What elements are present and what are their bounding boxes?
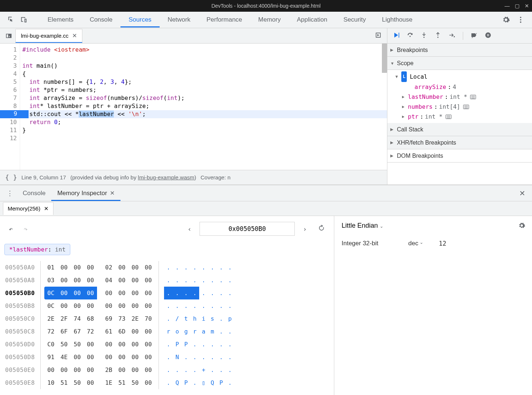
scope-var[interactable]: arraySize: 4: [387, 82, 532, 92]
gear-icon[interactable]: [502, 16, 510, 24]
hex-address[interactable]: 005050E8: [4, 376, 40, 389]
hex-byte[interactable]: 50: [71, 338, 84, 351]
hex-byte[interactable]: 00: [57, 287, 71, 299]
hex-byte[interactable]: 00: [44, 364, 57, 376]
hex-byte[interactable]: 00: [102, 338, 115, 351]
hex-byte[interactable]: 00: [115, 299, 129, 312]
refresh-icon[interactable]: [315, 223, 328, 235]
close-drawer-icon[interactable]: ✕: [516, 189, 529, 198]
navigator-toggle-icon[interactable]: [5, 32, 12, 40]
tab-performance[interactable]: Performance: [198, 12, 250, 27]
tab-sources[interactable]: Sources: [120, 12, 159, 27]
hex-byte[interactable]: 00: [71, 274, 84, 287]
step-into-icon[interactable]: [420, 31, 428, 40]
hex-byte[interactable]: 00: [142, 287, 155, 299]
hex-byte[interactable]: 00: [84, 364, 97, 376]
undo-icon[interactable]: ↶: [6, 224, 16, 234]
hex-byte[interactable]: 0C: [44, 299, 57, 312]
tab-console[interactable]: Console: [82, 12, 120, 27]
hex-byte[interactable]: 00: [71, 364, 84, 376]
minimize-icon[interactable]: —: [505, 3, 510, 9]
hex-address[interactable]: 005050E0: [4, 364, 40, 376]
hex-byte[interactable]: 00: [142, 261, 155, 274]
hex-byte[interactable]: 51: [115, 376, 129, 389]
hex-address[interactable]: 005050A0: [4, 261, 40, 274]
hex-byte[interactable]: 74: [71, 312, 84, 325]
hex-byte[interactable]: 2E: [44, 312, 57, 325]
inspect-icon[interactable]: [7, 16, 15, 24]
hex-byte[interactable]: 72: [84, 325, 97, 338]
hex-byte[interactable]: 70: [142, 312, 155, 325]
hex-byte[interactable]: 00: [129, 325, 142, 338]
hex-byte[interactable]: 00: [142, 376, 155, 389]
tab-network[interactable]: Network: [160, 12, 198, 27]
hex-byte[interactable]: 2E: [129, 312, 142, 325]
redo-icon[interactable]: ↷: [21, 224, 31, 234]
callstack-section[interactable]: ▶Call Stack: [387, 123, 532, 136]
memory-icon[interactable]: [470, 95, 476, 99]
hex-byte[interactable]: 00: [142, 351, 155, 364]
hex-byte[interactable]: 2F: [57, 312, 71, 325]
hex-byte[interactable]: 00: [57, 261, 71, 274]
hex-byte[interactable]: 00: [84, 351, 97, 364]
hex-address[interactable]: 005050D0: [4, 338, 40, 351]
next-page-icon[interactable]: ›: [300, 224, 310, 234]
hex-address[interactable]: 005050A8: [4, 274, 40, 287]
prev-page-icon[interactable]: ‹: [185, 224, 194, 234]
format-select[interactable]: dec⌄: [408, 240, 423, 247]
tab-memory[interactable]: Memory: [250, 12, 289, 27]
close-icon[interactable]: ✕: [44, 205, 49, 212]
hex-byte[interactable]: 00: [129, 338, 142, 351]
hex-byte[interactable]: 00: [115, 274, 129, 287]
hex-byte[interactable]: 00: [115, 287, 129, 299]
format-icon[interactable]: { }: [5, 174, 17, 181]
more-icon[interactable]: ⋮: [3, 189, 17, 197]
hex-byte[interactable]: 00: [129, 351, 142, 364]
hex-byte[interactable]: 00: [57, 274, 71, 287]
drawer-tab-memory-inspector[interactable]: Memory Inspector✕: [51, 186, 120, 201]
device-toggle-icon[interactable]: [20, 16, 28, 24]
hex-byte[interactable]: 72: [44, 325, 57, 338]
hex-byte[interactable]: 61: [102, 325, 115, 338]
hex-byte[interactable]: 00: [129, 364, 142, 376]
code-editor[interactable]: 9 123456789101112 #include <iostream>int…: [0, 44, 387, 170]
hex-byte[interactable]: 00: [142, 274, 155, 287]
hex-byte[interactable]: 69: [102, 312, 115, 325]
close-icon[interactable]: ✕: [525, 3, 529, 9]
hex-byte[interactable]: 6D: [115, 325, 129, 338]
memory-icon[interactable]: [446, 115, 451, 119]
hex-address[interactable]: 005050D8: [4, 351, 40, 364]
tab-security[interactable]: Security: [335, 12, 374, 27]
drawer-tab-console[interactable]: Console: [17, 186, 51, 201]
address-input[interactable]: [200, 222, 295, 236]
hex-byte[interactable]: 68: [84, 312, 97, 325]
hex-byte[interactable]: 00: [71, 351, 84, 364]
hex-byte[interactable]: 00: [71, 287, 84, 299]
gear-icon[interactable]: [518, 222, 525, 231]
hex-byte[interactable]: 00: [84, 376, 97, 389]
hex-byte[interactable]: 73: [115, 312, 129, 325]
tab-lighthouse[interactable]: Lighthouse: [374, 12, 420, 27]
hex-byte[interactable]: 91: [44, 351, 57, 364]
hex-byte[interactable]: 00: [57, 299, 71, 312]
hex-byte[interactable]: 50: [129, 376, 142, 389]
memory-icon[interactable]: [463, 105, 469, 109]
scope-var[interactable]: ▶lastNumber: int *: [387, 92, 532, 102]
hex-byte[interactable]: 00: [84, 287, 97, 299]
hex-byte[interactable]: 00: [57, 364, 71, 376]
deactivate-breakpoints-icon[interactable]: [470, 31, 478, 40]
hex-byte[interactable]: 00: [84, 299, 97, 312]
pause-exceptions-icon[interactable]: [484, 31, 492, 40]
scope-var[interactable]: ▶ptr: int *: [387, 112, 532, 122]
step-out-icon[interactable]: [434, 31, 442, 40]
tab-elements[interactable]: Elements: [40, 12, 82, 27]
dom-section[interactable]: ▶DOM Breakpoints: [387, 149, 532, 163]
endian-select[interactable]: Little Endian ⌄: [342, 222, 383, 230]
maximize-icon[interactable]: ▢: [515, 3, 520, 9]
hex-byte[interactable]: 0C: [44, 287, 57, 299]
step-icon[interactable]: [448, 31, 455, 40]
hex-byte[interactable]: C0: [44, 338, 57, 351]
hex-byte[interactable]: 00: [129, 274, 142, 287]
hex-byte[interactable]: 00: [84, 274, 97, 287]
more-icon[interactable]: [517, 16, 525, 24]
